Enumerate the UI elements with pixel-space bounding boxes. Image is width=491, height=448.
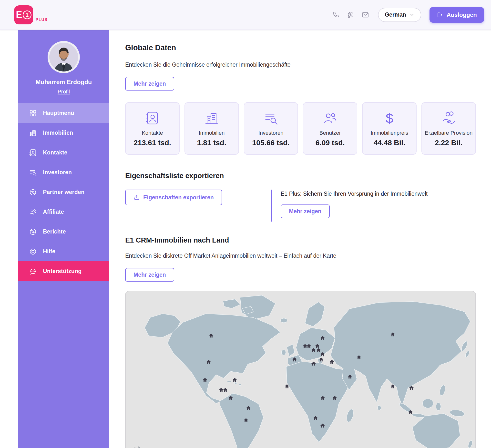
export-button-label: Eigenschaften exportieren (143, 194, 214, 201)
phone-icon[interactable] (332, 11, 340, 19)
stat-card-immobilien: Immobilien 1.81 tsd. (184, 102, 239, 155)
show-more-label: Mehr zeigen (133, 272, 166, 278)
property-marker[interactable] (409, 385, 414, 390)
stat-card-kontakte: Kontakte 213.61 tsd. (125, 102, 180, 155)
header-actions: German Ausloggen (332, 7, 484, 23)
app-logo: E 1 PLUS (14, 5, 48, 24)
sidebar-item-berichte[interactable]: Berichte (18, 222, 109, 242)
stat-label: Immobilienpreis (371, 130, 408, 136)
sidebar: Muharrem Erdogdu Profil Hauptmenü Immobi… (18, 30, 109, 448)
property-marker[interactable] (319, 357, 324, 362)
show-more-promo-button[interactable]: Mehr zeigen (281, 204, 330, 218)
sidebar-nav: Hauptmenü Immobilien Kontakte Investoren (18, 103, 109, 281)
sidebar-item-unterstuetzung[interactable]: Unterstützung (18, 261, 109, 281)
export-properties-button[interactable]: Eigenschaften exportieren (125, 190, 222, 205)
property-marker[interactable] (320, 396, 325, 400)
contact-card-icon (29, 149, 37, 157)
property-marker[interactable] (206, 359, 211, 364)
export-icon (133, 194, 140, 201)
percent-badge-icon (29, 188, 37, 196)
sidebar-item-kontakte[interactable]: Kontakte (18, 143, 109, 163)
property-marker[interactable] (307, 344, 311, 348)
sidebar-item-hilfe[interactable]: Hilfe (18, 242, 109, 261)
mail-icon[interactable] (361, 11, 369, 19)
property-marker[interactable] (320, 352, 325, 357)
property-marker[interactable] (209, 333, 214, 338)
property-marker[interactable] (228, 396, 233, 400)
stat-value: 6.09 tsd. (316, 139, 345, 147)
sidebar-item-immobilien[interactable]: Immobilien (18, 123, 109, 143)
stat-card-provision: Erzielbare Provision 2.22 Bil. (421, 102, 476, 155)
property-marker[interactable] (203, 377, 207, 382)
stat-label: Erzielbare Provision (425, 130, 473, 136)
global-subtitle: Entdecken Sie die Geheimnisse erfolgreic… (125, 61, 476, 68)
logo-letter-e: E (16, 10, 22, 20)
stat-value: 105.66 tsd. (252, 139, 289, 147)
export-left: Eigenschaften exportieren (125, 190, 271, 205)
property-marker[interactable] (244, 418, 248, 423)
property-marker[interactable] (285, 384, 289, 389)
property-marker[interactable] (311, 348, 316, 353)
property-marker[interactable] (390, 332, 395, 337)
map-subtitle: Entdecken Sie diskrete Off Market Anlage… (125, 253, 476, 259)
property-marker[interactable] (390, 384, 395, 389)
sidebar-item-label: Investoren (43, 169, 72, 176)
property-marker[interactable] (232, 377, 237, 382)
building-icon (29, 129, 37, 137)
property-marker[interactable] (329, 359, 334, 364)
property-marker[interactable] (292, 357, 297, 362)
language-selected: German (385, 11, 406, 18)
list-search-icon (29, 168, 37, 177)
svg-text:$: $ (386, 111, 393, 126)
property-marker[interactable] (313, 416, 318, 420)
sidebar-item-label: Kontakte (43, 149, 67, 156)
sidebar-item-hauptmenu[interactable]: Hauptmenü (18, 103, 109, 123)
sidebar-item-label: Affiliate (43, 209, 64, 215)
e1-logo: E 1 (14, 5, 33, 24)
stat-value: 213.61 tsd. (134, 139, 171, 147)
profile-link[interactable]: Profil (58, 89, 70, 95)
world-map[interactable] (125, 291, 476, 448)
property-marker[interactable] (408, 410, 413, 415)
percent-badge-icon (29, 228, 37, 236)
building-icon (204, 110, 219, 126)
show-more-map-button[interactable]: Mehr zeigen (125, 268, 174, 282)
map-title: E1 CRM-Immobilien nach Land (125, 236, 476, 244)
map-markers-layer (126, 291, 475, 448)
top-bar: E 1 PLUS German Ausloggen (0, 0, 491, 30)
sidebar-item-partner-werden[interactable]: Partner werden (18, 182, 109, 202)
stat-label: Immobilien (199, 130, 225, 136)
whatsapp-icon[interactable] (347, 11, 355, 19)
logo-letter-one: 1 (23, 10, 31, 19)
property-marker[interactable] (320, 336, 325, 340)
profile-block: Muharrem Erdogdu Profil (18, 30, 109, 103)
stats-row: Kontakte 213.61 tsd. Immobilien 1.81 tsd… (125, 102, 476, 155)
logout-button[interactable]: Ausloggen (430, 7, 484, 23)
property-marker[interactable] (348, 374, 352, 379)
map-section: E1 CRM-Immobilien nach Land Entdecken Si… (125, 236, 476, 448)
property-marker[interactable] (223, 387, 228, 392)
property-marker[interactable] (246, 406, 251, 410)
promo-text: E1 Plus: Sichern Sie Ihren Vorsprung in … (281, 191, 428, 197)
promo-block: E1 Plus: Sichern Sie Ihren Vorsprung in … (271, 190, 428, 222)
sidebar-item-label: Hauptmenü (43, 110, 74, 116)
main-content: Globale Daten Entdecken Sie die Geheimni… (109, 30, 491, 448)
property-marker[interactable] (332, 396, 337, 400)
language-select[interactable]: German (378, 8, 421, 22)
stat-card-immobilienpreis: $ Immobilienpreis 44.48 Bil. (362, 102, 417, 155)
stat-label: Benutzer (319, 130, 341, 136)
sidebar-item-investoren[interactable]: Investoren (18, 163, 109, 182)
export-title: Eigenschaftsliste exportieren (125, 172, 476, 180)
property-marker[interactable] (320, 423, 325, 428)
people-icon (29, 208, 37, 216)
property-marker[interactable] (357, 355, 361, 360)
sidebar-item-label: Immobilien (43, 130, 73, 136)
support-icon (29, 267, 37, 275)
logout-icon (437, 12, 443, 18)
stat-value: 44.48 Bil. (374, 139, 405, 147)
show-more-global-button[interactable]: Mehr zeigen (125, 77, 174, 91)
property-marker[interactable] (311, 361, 316, 366)
people-icon (322, 110, 338, 126)
page-body: Muharrem Erdogdu Profil Hauptmenü Immobi… (0, 30, 491, 448)
sidebar-item-affiliate[interactable]: Affiliate (18, 202, 109, 222)
